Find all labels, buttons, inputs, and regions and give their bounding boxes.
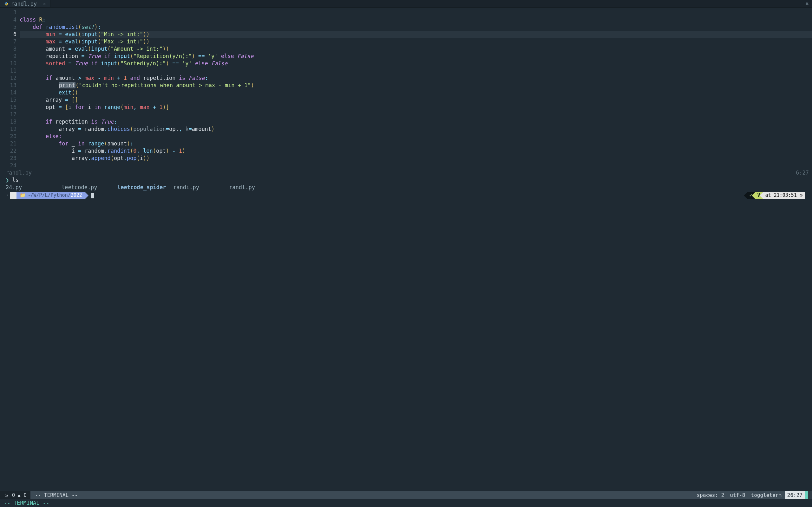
shell-prompt: · 📁 ~/W/P/L/Python/2022 ✓ V at 21:03:51 … [6, 192, 806, 199]
status-cursor-pos: 26:27 [785, 491, 805, 499]
ls-output: 24.pyleetcode.pyleetcode_spiderrandi.pyr… [6, 184, 806, 191]
terminal-pane[interactable]: ❯ ls 24.pyleetcode.pyleetcode_spiderrand… [0, 176, 812, 491]
editor-pane[interactable]: 3456789101112131415161718192021222324 cl… [0, 8, 812, 169]
status-indent: spaces: 2 [697, 492, 724, 498]
buffer-cursor-pos: 6:27 [796, 169, 809, 176]
warning-count: 0 [17, 492, 27, 498]
line-number-gutter: 3456789101112131415161718192021222324 [0, 9, 20, 169]
tab-randl[interactable]: randl.py × [0, 0, 50, 7]
buffer-name: randl.py [6, 169, 32, 176]
status-progress [805, 491, 812, 499]
python-icon [4, 2, 8, 6]
status-bar: 0 0 -- TERMINAL -- spaces: 2 utf-8 toggl… [0, 491, 812, 499]
code-area[interactable]: class R: def randomList(self): min = eva… [20, 9, 812, 169]
status-filetype: toggleterm [751, 492, 781, 498]
diagnostics[interactable]: 0 0 [0, 491, 31, 499]
status-mode: -- TERMINAL -- [31, 492, 82, 498]
prompt-os-segment [10, 192, 16, 199]
terminal-cursor [91, 193, 94, 199]
tab-close-icon[interactable]: × [39, 1, 46, 6]
prompt-caret-icon: ❯ [6, 177, 9, 183]
tab-bar: randl.py × ✖ [0, 0, 812, 8]
buffer-footer: randl.py 6:27 [0, 169, 812, 176]
tab-filename: randl.py [11, 1, 37, 7]
prompt-path-segment: 📁 ~/W/P/L/Python/2022 [16, 192, 85, 199]
window-close-icon[interactable]: ✖ [805, 0, 809, 7]
command-line[interactable]: -- TERMINAL -- [0, 499, 812, 507]
terminal-prompt-line: ❯ ls [6, 176, 806, 184]
prompt-time-segment: at 21:03:51 ⊙ [763, 192, 805, 199]
terminal-command: ls [12, 177, 19, 183]
error-count: 0 [4, 492, 15, 498]
status-encoding: utf-8 [730, 492, 745, 498]
